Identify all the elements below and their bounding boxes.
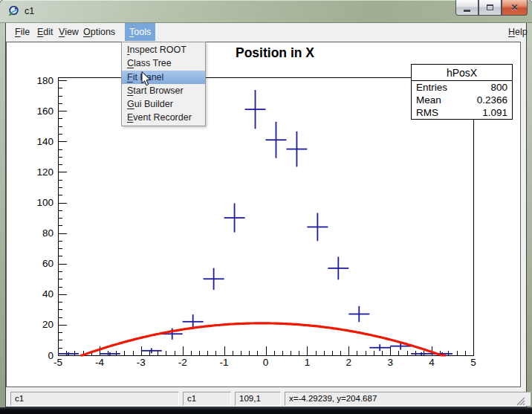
menu-options[interactable]: Options xyxy=(79,23,120,41)
svg-text:-5: -5 xyxy=(53,357,62,368)
menu-item-event-recorder[interactable]: Event Recorder xyxy=(122,111,205,124)
axis-ticks xyxy=(58,81,474,356)
stats-value: 0.2366 xyxy=(477,94,507,106)
stats-row-mean: Mean 0.2366 xyxy=(412,94,512,106)
svg-text:140: 140 xyxy=(36,136,53,147)
menubar: File Edit View Options Tools Help xyxy=(6,23,526,41)
window-bottom-border xyxy=(0,407,532,414)
svg-text:40: 40 xyxy=(42,288,53,300)
plot-title: Position in X xyxy=(212,45,338,61)
menu-item-inspect-root[interactable]: Inspect ROOT xyxy=(122,43,205,56)
svg-text:2: 2 xyxy=(346,357,352,368)
svg-text:180: 180 xyxy=(36,75,53,86)
fit-curve xyxy=(80,323,446,355)
titlebar[interactable]: c1 ✕ xyxy=(0,0,532,23)
mouse-cursor-icon xyxy=(141,71,152,87)
stats-label: Entries xyxy=(416,81,447,94)
svg-text:-3: -3 xyxy=(137,357,146,368)
svg-text:80: 80 xyxy=(42,227,53,239)
root-app-icon[interactable] xyxy=(7,5,19,17)
stats-label: RMS xyxy=(416,106,438,119)
stats-value: 1.091 xyxy=(482,106,507,119)
menu-item-class-tree[interactable]: Class Tree xyxy=(122,56,205,70)
svg-text:0: 0 xyxy=(263,357,269,368)
window-title: c1 xyxy=(25,6,34,16)
svg-text:-2: -2 xyxy=(178,357,187,368)
resize-grip[interactable] xyxy=(516,396,525,406)
statusbar-canvas-name: c1 xyxy=(10,392,179,406)
menu-item-start-browser[interactable]: Start Browser xyxy=(122,84,205,97)
svg-text:0: 0 xyxy=(48,350,53,361)
svg-text:-1: -1 xyxy=(220,357,229,368)
menu-file[interactable]: File xyxy=(10,23,34,41)
menu-item-fit-panel[interactable]: Fit Panel xyxy=(122,71,205,84)
data-points xyxy=(58,90,452,355)
svg-text:-4: -4 xyxy=(95,357,104,368)
stats-label: Mean xyxy=(416,94,441,106)
svg-text:3: 3 xyxy=(387,357,393,368)
minimize-button[interactable] xyxy=(455,0,479,16)
svg-text:160: 160 xyxy=(36,106,53,117)
svg-text:1: 1 xyxy=(305,357,311,368)
svg-text:120: 120 xyxy=(36,166,53,178)
statusbar: c1 c1 109,1 x=-4.29239, y=204.687 xyxy=(6,387,526,407)
menu-help[interactable]: Help xyxy=(504,23,532,41)
stats-row-rms: RMS 1.091 xyxy=(412,106,512,119)
stats-box[interactable]: hPosX Entries 800 Mean 0.2366 RMS 1.091 xyxy=(411,64,513,120)
statusbar-user-coords: x=-4.29239, y=204.687 xyxy=(285,392,531,406)
maximize-button[interactable] xyxy=(479,0,502,16)
svg-text:5: 5 xyxy=(470,357,476,368)
svg-text:60: 60 xyxy=(42,258,53,269)
stats-title: hPosX xyxy=(412,65,512,81)
menu-item-gui-builder[interactable]: Gui Builder xyxy=(122,97,205,111)
statusbar-pixel-coords: 109,1 xyxy=(235,392,281,406)
close-button[interactable]: ✕ xyxy=(502,0,528,16)
close-icon: ✕ xyxy=(510,3,518,12)
stats-row-entries: Entries 800 xyxy=(412,81,512,94)
maximize-icon xyxy=(487,4,493,10)
svg-text:20: 20 xyxy=(42,319,53,330)
svg-text:100: 100 xyxy=(36,197,53,208)
menu-tools[interactable]: Tools xyxy=(125,23,155,41)
minimize-icon xyxy=(464,10,470,12)
statusbar-pad-name: c1 xyxy=(183,392,231,406)
svg-text:4: 4 xyxy=(429,357,435,368)
tools-dropdown-menu: Inspect ROOT Class Tree Fit Panel Start … xyxy=(121,42,206,126)
stats-value: 800 xyxy=(490,81,507,94)
x-tick-labels: -5-4-3-2-1012345 xyxy=(53,357,476,368)
root-canvas-window: c1 ✕ File Edit View Options Tools Help 0… xyxy=(0,0,532,414)
y-tick-labels: 020406080100120140160180 xyxy=(36,75,53,361)
